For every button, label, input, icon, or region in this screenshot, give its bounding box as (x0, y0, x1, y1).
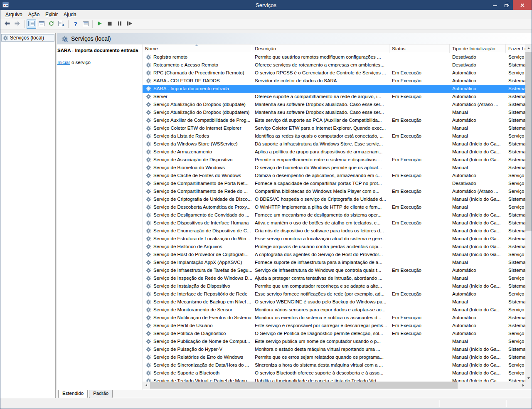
table-row[interactable]: Serviço de Pulsação do Hyper-V Monitora … (143, 345, 527, 353)
table-row[interactable]: Serviço de Compartilhamento de Porta Net… (143, 180, 527, 187)
start-service-link[interactable]: Iniciar (57, 60, 70, 65)
table-row[interactable]: Serviço Atualização do Dropbox (dbupdate… (143, 101, 527, 108)
table-row[interactable]: RPC (Chamada de Procedimento Remoto) O s… (143, 69, 527, 77)
service-description: Monitora os eventos do sistema e notific… (252, 314, 389, 322)
table-row[interactable]: Serviço de Instalação de Dispositivo Per… (143, 282, 527, 290)
service-startup-type: Manual (450, 259, 506, 266)
service-name: Serviço de Enumeração de Dispositivo de … (153, 227, 251, 235)
forward-button[interactable] (12, 20, 22, 29)
tab-padrao[interactable]: Padrão (89, 390, 113, 398)
table-row[interactable]: Serviço de Associação de Dispositivo Per… (143, 156, 527, 164)
table-row[interactable]: Serviço Atualização do Dropbox (dbupdate… (143, 108, 527, 116)
service-startup-type: Manual (450, 124, 506, 132)
service-name: Registro remoto (153, 53, 187, 61)
table-row[interactable]: Serviço de Compartilhamento de Rede do .… (143, 187, 527, 195)
service-status: Em Execução (389, 322, 450, 330)
service-startup-type: Automático (Atraso ... (450, 101, 506, 108)
service-description: Mantenha seu software Dropbox atualizado… (252, 101, 389, 108)
properties-button[interactable] (37, 20, 46, 29)
service-description: O serviço de biometria do Windows permit… (252, 164, 389, 172)
service-gear-icon (146, 323, 151, 328)
table-row[interactable]: Serviço de Política de Diagnóstico O Ser… (143, 330, 527, 338)
menu-item[interactable]: Arquivo (2, 11, 25, 18)
table-row[interactable]: Serviço de Infraestrutura de Tarefas de … (143, 266, 527, 274)
export-list-button[interactable] (57, 20, 66, 29)
service-name: RPC (Chamada de Procedimento Remoto) (153, 69, 244, 77)
table-row[interactable]: Serviço de Host do Provedor de Criptogra… (143, 251, 527, 259)
horizontal-scrollbar[interactable] (143, 382, 527, 389)
scroll-down-button[interactable] (525, 375, 532, 382)
table-row[interactable]: Serviço da Windows Store (WSService) Dá … (143, 140, 527, 148)
table-row[interactable]: Serviço de Implantação AppX (AppXSVC) Fo… (143, 259, 527, 266)
table-row[interactable]: Server Oferece suporte a compartilhament… (143, 93, 527, 101)
table-row[interactable]: Serviço de Armazenamento Aplica a políti… (143, 148, 527, 156)
table-row[interactable]: Serviço de Perfil de Usuário Este serviç… (143, 322, 527, 330)
service-gear-icon (146, 228, 151, 234)
table-row[interactable]: Serviço de Estrutura de Localização do W… (143, 235, 527, 243)
service-name: Serviço de Implantação AppX (AppXSVC) (153, 259, 242, 266)
table-row[interactable]: Registro remoto Permite que usuários rem… (143, 53, 527, 61)
vertical-scrollbar[interactable] (525, 44, 532, 382)
table-row[interactable]: Serviço de Mecanismo de Backup em Nível … (143, 298, 527, 306)
table-row[interactable]: Serviço de Relatórios de Erro do Windows… (143, 353, 527, 361)
service-status (389, 227, 450, 235)
service-status: Em Execução (389, 203, 450, 211)
table-row[interactable]: Serviço de Biometria do Windows O serviç… (143, 164, 527, 172)
table-row[interactable]: Serviço de Histórico de Arquivos Protege… (143, 243, 527, 251)
column-header-fazer-logon[interactable]: Fazer Lo (506, 44, 527, 53)
table-row[interactable]: Serviço Coletor ETW do Internet Explorer… (143, 124, 527, 132)
table-row[interactable]: Serviço de Publicação de Nome de Comput.… (143, 338, 527, 345)
table-row[interactable]: Serviço de Desligamento de Convidado do … (143, 211, 527, 219)
service-logon-as: Serviço (506, 53, 527, 61)
tab-estendido[interactable]: Estendido (58, 390, 88, 398)
scroll-up-button[interactable] (525, 44, 532, 52)
tree-item-services-local[interactable]: Serviços (local) (1, 34, 54, 42)
table-row[interactable]: Serviço de Criptografia de Unidade de Di… (143, 195, 527, 203)
service-logon-as: Sistema (506, 259, 527, 266)
table-row[interactable]: Serviço da Lista de Redes Identifica as … (143, 132, 527, 140)
table-row[interactable]: Serviço de Monitoramento de Sensor Monit… (143, 306, 527, 314)
column-header-status[interactable]: Status (389, 44, 450, 53)
pause-service-button[interactable] (115, 20, 124, 29)
restart-service-button[interactable] (125, 20, 134, 29)
back-button[interactable] (2, 20, 12, 29)
help-button[interactable]: ? (71, 20, 80, 29)
menu-item[interactable]: Ação (25, 11, 42, 18)
column-header-descricao[interactable]: Descrição (252, 44, 389, 53)
horizontal-scroll-thumb[interactable] (150, 382, 458, 389)
restore-button[interactable] (501, 0, 513, 10)
view-button[interactable] (81, 20, 90, 29)
minimize-button[interactable] (489, 0, 501, 10)
service-gear-icon (146, 181, 151, 186)
table-row[interactable]: SARA - Importa documento entrada Automát… (143, 85, 527, 93)
vertical-scroll-thumb[interactable] (525, 52, 532, 231)
table-row[interactable]: SARA - COLETOR DE DADOS Servidor de cole… (143, 77, 527, 85)
table-row[interactable]: Serviço de Descoberta Automática de Prox… (143, 203, 527, 211)
close-button[interactable] (513, 0, 532, 10)
table-row[interactable]: Serviço de Sincronização de Data/Hora do… (143, 361, 527, 369)
table-row[interactable]: Serviço de Cache de Fontes do Windows Ot… (143, 172, 527, 180)
service-startup-type: Manual (450, 164, 506, 172)
table-row[interactable]: Serviço de Interface de Repositório de R… (143, 290, 527, 298)
table-row[interactable]: Serviço de Teclado Virtual e Painel de M… (143, 377, 527, 382)
start-service-button[interactable] (95, 20, 104, 29)
column-header-nome[interactable]: Nome (143, 44, 252, 53)
stop-service-button[interactable] (105, 20, 114, 29)
service-description: A criptografia dos agentes do Serviço de… (252, 251, 389, 259)
table-row[interactable]: Serviço Auxiliar de Compatibilidade de P… (143, 116, 527, 124)
service-logon-as: Sistema (506, 124, 527, 132)
menu-item[interactable]: Exibir (42, 11, 61, 18)
table-row[interactable]: Serviço de Inspeção de Rede do Windows D… (143, 274, 527, 282)
table-row[interactable]: Serviço de Enumeração de Dispositivo de … (143, 227, 527, 235)
show-console-tree-button[interactable] (27, 20, 36, 29)
table-row[interactable]: Roteamento e Acesso Remoto Oferece servi… (143, 61, 527, 69)
table-row[interactable]: Serviço de Notificação de Eventos do Sis… (143, 314, 527, 322)
table-row[interactable]: Serviço de Dispositivos de Interface Hum… (143, 219, 527, 227)
column-header-tipo-inicializacao[interactable]: Tipo de Inicialização (450, 44, 506, 53)
table-row[interactable]: Serviço de Suporte a Bluetooth O serviço… (143, 369, 527, 377)
service-gear-icon (146, 339, 151, 344)
refresh-button[interactable] (47, 20, 56, 29)
menu-item[interactable]: Ajuda (61, 11, 79, 18)
service-logon-as: Sistema (506, 108, 527, 116)
scroll-left-button[interactable] (143, 382, 150, 389)
